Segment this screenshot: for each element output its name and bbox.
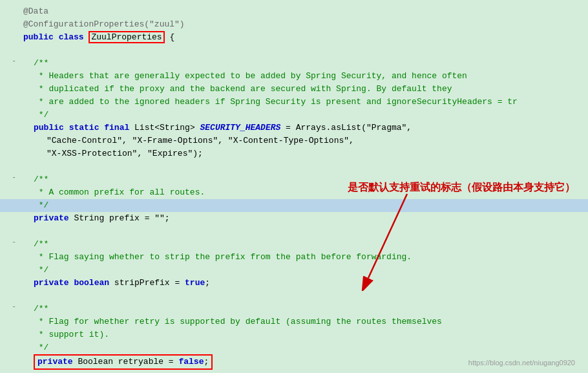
line-gutter (0, 96, 12, 96)
code-line-6: * Headers that are generally expected to… (0, 70, 588, 83)
code-line-21: */ (0, 264, 588, 277)
line-content (21, 370, 588, 373)
code-line-7: * duplicated if the proxy and the backen… (0, 83, 588, 96)
line-content: @ConfigurationProperties("zuul") (21, 18, 588, 31)
code-line-16: */ (0, 199, 588, 212)
line-gutter (0, 18, 12, 19)
line-minus: - (12, 57, 21, 66)
keyword-class: class (59, 32, 84, 42)
line-gutter (0, 147, 12, 148)
field-token: SECURITY_HEADERS (200, 123, 280, 133)
line-gutter (0, 186, 12, 187)
kw-token: false (178, 357, 204, 367)
watermark: https://blog.csdn.net/niugang0920 (468, 359, 575, 367)
line-content: @Data (21, 5, 588, 18)
comment-token: /** (34, 58, 48, 68)
annotation-token: @ConfigurationProperties("zuul") (23, 19, 185, 29)
line-content: public static final List<String> SECURIT… (21, 122, 588, 134)
code-line-18 (0, 225, 588, 238)
line-content: "Cache-Control", "X-Frame-Options", "X-C… (21, 134, 588, 147)
comment-token: * duplicated if the proxy and the backen… (34, 84, 452, 94)
line-content: * Flag for whether retry is supported by… (21, 315, 588, 328)
comment-token: */ (34, 265, 48, 275)
line-content: "X-XSS-Protection", "Expires"); (21, 147, 588, 160)
line-gutter (0, 160, 12, 161)
comment-token: /** (34, 304, 48, 314)
code-line-5: - /** (0, 57, 588, 70)
line-content: /** (21, 238, 588, 251)
line-gutter (0, 83, 12, 83)
line-content: */ (21, 199, 588, 212)
kw-token: static (69, 123, 100, 133)
line-gutter (0, 251, 12, 251)
line-gutter (0, 303, 12, 303)
code-line-20: * Flag saying whether to strip the prefi… (0, 251, 588, 264)
line-gutter (0, 70, 12, 70)
kw-token: private (34, 213, 69, 223)
line-content: */ (21, 264, 588, 277)
chinese-annotation: 是否默认支持重试的标志（假设路由本身支持它） (348, 181, 575, 195)
class-name-box: ZuulProperties (89, 31, 164, 43)
code-line-8: * are added to the ignored headers if Sp… (0, 96, 588, 109)
line-minus: - (12, 303, 21, 312)
keyword-public: public (23, 32, 54, 42)
line-content (21, 160, 588, 173)
comment-token: /** (34, 175, 48, 184)
line-content: private boolean stripPrefix = true; (21, 277, 588, 290)
line-gutter (0, 122, 12, 122)
code-line-26: * support it). (0, 328, 588, 341)
comment-token: * are added to the ignored headers if Sp… (34, 97, 518, 107)
line-gutter (0, 5, 12, 6)
line-content (21, 44, 588, 57)
line-content: * support it). (21, 328, 588, 341)
code-line-9: */ (0, 109, 588, 122)
line-gutter (0, 370, 12, 370)
code-line-11: "Cache-Control", "X-Frame-Options", "X-C… (0, 134, 588, 147)
code-line-12: "X-XSS-Protection", "Expires"); (0, 147, 588, 160)
line-gutter (0, 328, 12, 329)
line-content: * Flag saying whether to strip the prefi… (21, 251, 588, 264)
comment-token: */ (34, 110, 48, 120)
comment-token: /** (34, 239, 48, 249)
comment-token: * support it). (34, 330, 109, 339)
code-line-19: - /** (0, 238, 588, 251)
line-content: /** (21, 57, 588, 70)
line-gutter (0, 290, 12, 290)
line-gutter (0, 212, 12, 213)
line-gutter (0, 264, 12, 264)
kw-token: final (104, 123, 129, 133)
code-line-17: private String prefix = ""; (0, 212, 588, 225)
line-gutter (0, 354, 12, 355)
line-gutter (0, 341, 12, 342)
retryable-box: private Boolean retryable = false; (34, 354, 213, 370)
code-line-2: @ConfigurationProperties("zuul") (0, 18, 588, 31)
comment-token: */ (34, 200, 48, 210)
line-gutter (0, 173, 12, 174)
line-gutter (0, 315, 12, 316)
comment-token: * Flag for whether retry is supported by… (34, 317, 442, 326)
comment-token: * Headers that are generally expected to… (34, 71, 467, 81)
code-line-4 (0, 44, 588, 57)
line-gutter (0, 44, 12, 45)
kw-token: boolean (74, 278, 109, 288)
line-gutter (0, 277, 12, 277)
code-line-24: - /** (0, 303, 588, 315)
code-line-25: * Flag for whether retry is supported by… (0, 315, 588, 328)
line-content (21, 290, 588, 303)
line-content: public class ZuulProperties { (21, 31, 588, 44)
code-line-13 (0, 160, 588, 173)
line-minus: - (12, 238, 21, 247)
line-content: */ (21, 341, 588, 354)
kw-token: private (37, 357, 73, 367)
code-line-27: */ (0, 341, 588, 354)
line-content: /** (21, 303, 588, 315)
code-line-23 (0, 290, 588, 303)
line-gutter (0, 134, 12, 135)
kw-token: public (34, 123, 64, 133)
kw-token: private (34, 278, 69, 288)
comment-token: * Flag saying whether to strip the prefi… (34, 252, 412, 262)
code-line-3: public class ZuulProperties { (0, 31, 588, 44)
code-line-1: @Data (0, 5, 588, 18)
line-gutter (0, 57, 12, 58)
code-view: @Data @ConfigurationProperties("zuul") p… (0, 0, 588, 373)
